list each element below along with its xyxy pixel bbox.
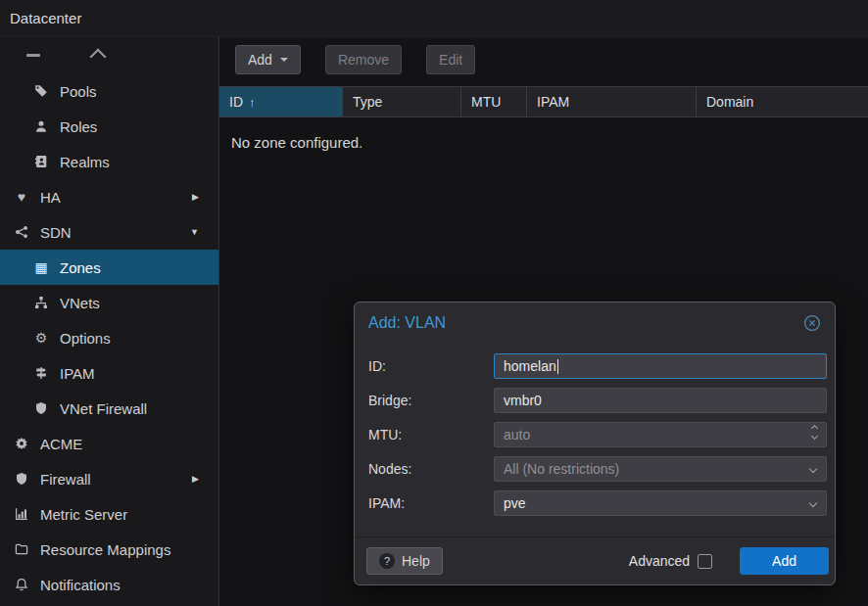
table-header: ID Type MTU IPAM Domain: [219, 86, 868, 117]
sidebar-item-sdn[interactable]: SDN: [0, 214, 218, 250]
sidebar-item-label: ACME: [40, 436, 82, 452]
sidebar: Pools Roles Realms ♥ HA SDN ▦ Zones VNet…: [0, 37, 219, 606]
nodes-select[interactable]: All (No restrictions): [494, 456, 827, 482]
sidebar-item-notifications[interactable]: Notifications: [0, 567, 218, 602]
sidebar-item-label: Metric Server: [40, 506, 127, 523]
address-book-icon: [31, 155, 51, 168]
sidebar-item-resource-mappings[interactable]: Resource Mappings: [0, 532, 218, 567]
chevron-down-icon: [280, 58, 288, 62]
dialog-footer: ? Help Advanced Add: [355, 536, 835, 584]
sidebar-item-ha[interactable]: ♥ HA: [0, 179, 218, 214]
submit-add-button[interactable]: Add: [740, 547, 829, 575]
sidebar-item-label: Pools: [60, 83, 97, 100]
chevron-right-icon[interactable]: [192, 474, 199, 484]
sidebar-item-label: Notifications: [40, 577, 121, 593]
sidebar-item-label: Options: [60, 330, 111, 347]
empty-table-message: No zone configured.: [219, 117, 868, 151]
sidebar-item-label: IPAM: [60, 365, 95, 382]
ipam-select[interactable]: pve: [494, 490, 827, 516]
sidebar-item-zones[interactable]: ▦ Zones: [0, 250, 218, 285]
column-header-ipam[interactable]: IPAM: [527, 87, 697, 117]
add-button[interactable]: Add: [235, 45, 301, 74]
sidebar-item-metric-server[interactable]: Metric Server: [0, 496, 218, 532]
spinner-arrows-icon[interactable]: [812, 426, 817, 439]
field-label-ipam: IPAM:: [368, 495, 494, 511]
field-label-id: ID:: [368, 358, 494, 374]
sidebar-item-label: HA: [40, 189, 61, 206]
advanced-label: Advanced: [629, 553, 690, 569]
close-icon[interactable]: [803, 314, 821, 332]
page-title: Datacenter: [10, 10, 81, 26]
chevron-right-icon[interactable]: [192, 192, 199, 202]
chevron-down-icon: [809, 499, 817, 507]
id-input[interactable]: homelan: [494, 353, 827, 379]
sidebar-item-vnet-firewall[interactable]: VNet Firewall: [0, 391, 218, 426]
sidebar-item-label: VNets: [60, 295, 100, 311]
shield-icon: [31, 401, 51, 415]
advanced-checkbox[interactable]: [698, 554, 712, 569]
remove-button[interactable]: Remove: [325, 45, 402, 74]
field-label-mtu: MTU:: [368, 427, 494, 443]
user-icon: [31, 119, 51, 133]
sidebar-item-label: VNet Firewall: [60, 400, 147, 417]
folder-icon: [12, 542, 31, 556]
dialog-title: Add: VLAN: [368, 314, 446, 332]
column-header-mtu[interactable]: MTU: [461, 87, 527, 117]
sort-ascending-icon: [243, 94, 256, 110]
partially-visible-sidebar-item: [0, 37, 218, 73]
network-icon: [31, 296, 51, 309]
advanced-toggle: Advanced: [629, 553, 712, 569]
sidebar-item-roles[interactable]: Roles: [0, 109, 218, 144]
toolbar: Add Remove Edit: [219, 37, 868, 74]
mtu-spinner[interactable]: auto: [494, 422, 827, 447]
chevron-down-icon: [809, 465, 817, 473]
sidebar-item-label: Firewall: [40, 471, 91, 488]
chevron-down-icon[interactable]: [190, 227, 199, 237]
sidebar-item-label: Zones: [60, 259, 101, 276]
dialog-body: ID: homelan Bridge: vmbr0 MTU: auto Node…: [355, 346, 835, 529]
sidebar-item-label: Resource Mappings: [40, 541, 170, 558]
column-header-domain[interactable]: Domain: [697, 87, 868, 117]
icon-fragment: [26, 54, 40, 57]
top-bar: Datacenter: [0, 0, 868, 37]
add-vlan-dialog: Add: VLAN ID: homelan Bridge: vmbr0 MTU:…: [354, 302, 836, 585]
map-signs-icon: [31, 366, 51, 380]
caret-fragment: [90, 49, 107, 66]
text-cursor: [557, 359, 558, 374]
sidebar-item-realms[interactable]: Realms: [0, 144, 218, 179]
grid-icon: ▦: [31, 260, 51, 274]
help-button[interactable]: ? Help: [366, 547, 443, 575]
sidebar-item-pools[interactable]: Pools: [0, 73, 218, 109]
sidebar-item-label: SDN: [40, 224, 72, 241]
shield-icon: [12, 472, 31, 486]
dialog-header: Add: VLAN: [355, 303, 835, 346]
gear-icon: ⚙: [31, 331, 51, 345]
help-button-label: Help: [402, 553, 430, 569]
sidebar-item-acme[interactable]: ACME: [0, 426, 218, 461]
field-label-bridge: Bridge:: [368, 393, 494, 408]
column-label: ID: [229, 94, 243, 110]
share-nodes-icon: [12, 225, 31, 239]
certificate-icon: [12, 437, 31, 450]
bar-chart-icon: [12, 507, 31, 521]
tags-icon: [31, 84, 51, 98]
sidebar-item-label: Realms: [60, 154, 110, 170]
field-label-nodes: Nodes:: [368, 461, 494, 477]
sidebar-item-ipam[interactable]: IPAM: [0, 355, 218, 391]
question-icon: ?: [379, 553, 395, 569]
bell-icon: [12, 578, 31, 591]
sidebar-item-options[interactable]: ⚙ Options: [0, 320, 218, 355]
column-header-id[interactable]: ID: [219, 87, 343, 117]
heartbeat-icon: ♥: [12, 190, 31, 204]
add-button-label: Add: [248, 52, 272, 68]
sidebar-item-firewall[interactable]: Firewall: [0, 461, 218, 496]
column-header-type[interactable]: Type: [343, 87, 461, 117]
sidebar-item-label: Roles: [60, 118, 97, 135]
sidebar-item-vnets[interactable]: VNets: [0, 285, 218, 320]
bridge-input[interactable]: vmbr0: [494, 388, 827, 413]
edit-button[interactable]: Edit: [426, 45, 475, 74]
